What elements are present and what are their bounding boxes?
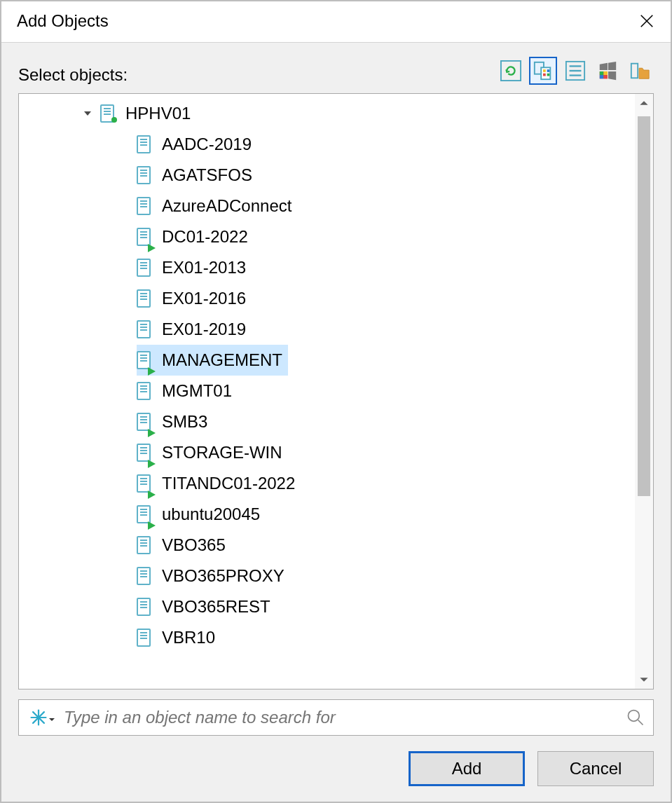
running-indicator-icon — [146, 515, 156, 525]
vm-icon — [137, 166, 151, 184]
tree-vm-node[interactable]: VBO365 — [19, 530, 635, 561]
vm-label: VBO365REST — [162, 597, 270, 617]
vm-label: AADC-2019 — [162, 135, 252, 154]
vm-icon — [137, 382, 151, 400]
svg-rect-5 — [543, 74, 546, 76]
list-view-icon — [565, 60, 586, 81]
search-icon — [626, 708, 645, 727]
search-button[interactable] — [618, 700, 653, 735]
svg-rect-8 — [547, 69, 550, 72]
svg-point-95 — [629, 711, 640, 722]
vm-label: VBR10 — [162, 628, 215, 647]
add-button[interactable]: Add — [409, 751, 525, 786]
vm-icon — [137, 413, 151, 431]
folder-view-button[interactable] — [626, 57, 654, 85]
vm-label: MANAGEMENT — [162, 350, 282, 370]
running-indicator-icon — [146, 484, 156, 494]
tree-vm-node[interactable]: DC01-2022 — [19, 221, 635, 252]
svg-rect-14 — [600, 71, 604, 75]
tree-vm-node[interactable]: VBO365PROXY — [19, 561, 635, 591]
svg-rect-2 — [501, 61, 521, 81]
tree-scroll-area[interactable]: HPHV01AADC-2019AGATSFOSAzureADConnectDC0… — [19, 94, 635, 689]
running-indicator-icon — [146, 361, 156, 371]
refresh-icon — [500, 60, 521, 81]
host-icon — [100, 104, 114, 123]
vm-icon — [137, 505, 151, 523]
running-indicator-icon — [146, 423, 156, 432]
tree-vm-node[interactable]: AGATSFOS — [19, 160, 635, 191]
vm-label: TITANDC01-2022 — [162, 474, 295, 493]
vm-label: AzureADConnect — [162, 196, 292, 216]
tree-vm-node[interactable]: MGMT01 — [19, 376, 635, 406]
scroll-thumb[interactable] — [638, 116, 650, 496]
search-type-filter[interactable] — [19, 700, 58, 735]
vm-icon — [137, 567, 151, 585]
search-input[interactable] — [58, 700, 618, 735]
tree-vm-node[interactable]: AADC-2019 — [19, 129, 635, 160]
everything-icon — [29, 708, 48, 727]
tree-vm-node[interactable]: EX01-2019 — [19, 314, 635, 345]
tree-vm-node[interactable]: VBO365REST — [19, 591, 635, 622]
svg-rect-15 — [603, 71, 608, 75]
running-indicator-icon — [146, 238, 156, 247]
vm-icon — [137, 228, 151, 246]
add-button-label: Add — [452, 759, 482, 778]
vm-label: STORAGE-WIN — [162, 443, 282, 462]
vm-label: SMB3 — [162, 412, 207, 432]
vertical-scrollbar[interactable] — [635, 94, 653, 689]
dialog-title: Add Objects — [17, 11, 109, 31]
vm-icon — [137, 135, 151, 153]
list-view-button[interactable] — [561, 57, 589, 85]
tree-vm-node[interactable]: TITANDC01-2022 — [19, 468, 635, 499]
vm-label: EX01-2019 — [162, 320, 246, 339]
scroll-track[interactable] — [635, 112, 653, 671]
search-bar — [18, 699, 654, 736]
dialog-titlebar: Add Objects — [1, 1, 671, 43]
tree-host-node[interactable]: HPHV01 — [19, 98, 635, 129]
svg-rect-6 — [547, 74, 550, 76]
refresh-button[interactable] — [497, 57, 525, 85]
host-label: HPHV01 — [125, 104, 191, 123]
scroll-down-button[interactable] — [635, 671, 653, 689]
chevron-down-icon — [83, 109, 92, 118]
vm-label: EX01-2016 — [162, 289, 246, 308]
chevron-down-icon — [639, 675, 649, 685]
expand-toggle[interactable] — [82, 108, 93, 119]
tree-vm-node[interactable]: MANAGEMENT — [19, 345, 635, 376]
svg-line-96 — [638, 720, 643, 725]
tree-vm-node[interactable]: AzureADConnect — [19, 191, 635, 221]
vm-icon — [137, 629, 151, 647]
vm-label: ubuntu20045 — [162, 505, 260, 524]
cancel-button-label: Cancel — [570, 759, 622, 778]
dialog-buttons: Add Cancel — [18, 736, 654, 802]
close-button[interactable] — [636, 10, 658, 32]
tree-vm-node[interactable]: STORAGE-WIN — [19, 437, 635, 468]
toolbar-row: Select objects: — [18, 57, 654, 85]
vm-icon — [137, 444, 151, 462]
tree-vm-node[interactable]: EX01-2013 — [19, 252, 635, 283]
vm-icon — [137, 289, 151, 308]
close-icon — [639, 13, 654, 29]
view-toolbar — [497, 57, 654, 85]
folder-icon — [629, 60, 650, 81]
chevron-up-icon — [639, 98, 649, 108]
vm-icon — [137, 536, 151, 554]
tree-vm-node[interactable]: ubuntu20045 — [19, 499, 635, 530]
infrastructure-view-button[interactable] — [529, 57, 557, 85]
cancel-button[interactable]: Cancel — [537, 751, 654, 786]
tags-view-button[interactable] — [594, 57, 622, 85]
tree-vm-node[interactable]: SMB3 — [19, 406, 635, 437]
scroll-up-button[interactable] — [635, 94, 653, 112]
vm-label: EX01-2013 — [162, 258, 246, 277]
dropdown-caret-icon — [48, 708, 55, 727]
vm-label: VBO365PROXY — [162, 566, 284, 586]
vm-icon — [137, 197, 151, 215]
tree-vm-node[interactable]: VBR10 — [19, 622, 635, 653]
tree-vm-node[interactable]: EX01-2016 — [19, 283, 635, 314]
svg-rect-16 — [600, 75, 604, 78]
object-tree: HPHV01AADC-2019AGATSFOSAzureADConnectDC0… — [18, 93, 654, 689]
vm-label: VBO365 — [162, 535, 226, 555]
vm-icon — [137, 474, 151, 493]
vm-label: AGATSFOS — [162, 165, 252, 185]
status-dot-icon — [111, 117, 117, 123]
